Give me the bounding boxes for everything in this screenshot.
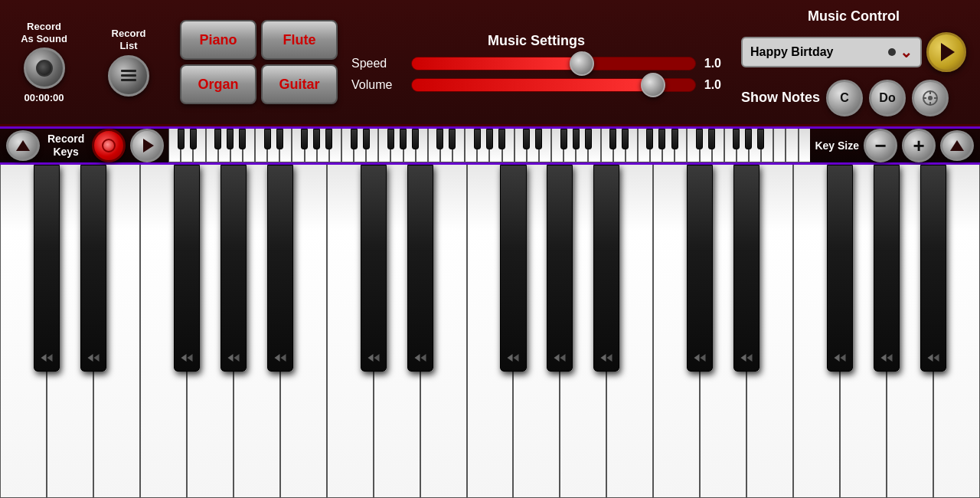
speed-thumb[interactable] bbox=[570, 51, 594, 76]
mini-black-key[interactable] bbox=[227, 129, 234, 149]
volume-fill bbox=[412, 79, 653, 91]
timer-display: 00:00:00 bbox=[24, 92, 64, 103]
mini-black-key[interactable] bbox=[387, 129, 394, 149]
mini-black-key[interactable] bbox=[178, 129, 185, 149]
piano-keyboard bbox=[0, 165, 980, 498]
mini-piano-scroll[interactable] bbox=[168, 129, 810, 162]
flute-button[interactable]: Flute bbox=[261, 20, 338, 60]
black-key[interactable] bbox=[174, 165, 200, 372]
mini-black-key[interactable] bbox=[560, 129, 567, 149]
black-key[interactable] bbox=[407, 165, 433, 372]
mini-black-key[interactable] bbox=[400, 129, 407, 149]
mini-black-key[interactable] bbox=[190, 129, 197, 149]
mini-black-key[interactable] bbox=[622, 129, 629, 149]
organ-button[interactable]: Organ bbox=[180, 64, 256, 104]
song-dropdown[interactable]: Happy Birtday ⌄ bbox=[741, 37, 922, 67]
song-dot bbox=[888, 48, 896, 56]
record-list-label: Record List bbox=[112, 28, 146, 51]
mini-black-key[interactable] bbox=[745, 129, 752, 149]
mini-black-key[interactable] bbox=[609, 129, 616, 149]
record-list-button[interactable] bbox=[108, 55, 149, 97]
black-key[interactable] bbox=[267, 165, 293, 372]
mini-black-key[interactable] bbox=[486, 129, 493, 149]
mini-white-key[interactable] bbox=[773, 129, 786, 162]
mini-black-key[interactable] bbox=[573, 129, 580, 149]
show-notes-row: Show Notes C Do bbox=[741, 80, 966, 116]
mini-black-key[interactable] bbox=[449, 129, 456, 149]
record-keys-label: Record Keys bbox=[47, 133, 84, 159]
black-key[interactable] bbox=[361, 165, 387, 372]
note-symbol-button[interactable] bbox=[912, 80, 949, 116]
black-key[interactable] bbox=[687, 165, 713, 372]
song-selector-row: Happy Birtday ⌄ bbox=[741, 32, 966, 72]
mini-black-key[interactable] bbox=[351, 129, 358, 149]
key-size-decrease-button[interactable]: − bbox=[864, 129, 897, 162]
mini-white-key[interactable] bbox=[786, 129, 798, 162]
mini-black-key[interactable] bbox=[696, 129, 703, 149]
black-key[interactable] bbox=[874, 165, 900, 372]
scroll-up-button[interactable] bbox=[6, 130, 40, 161]
wheel-icon bbox=[922, 90, 939, 106]
mini-black-key[interactable] bbox=[498, 129, 505, 149]
black-key[interactable] bbox=[80, 165, 106, 372]
volume-value: 1.0 bbox=[702, 78, 721, 92]
black-key[interactable] bbox=[593, 165, 619, 372]
mini-black-key[interactable] bbox=[733, 129, 740, 149]
record-button[interactable] bbox=[92, 129, 126, 162]
speed-row: Speed 1.0 bbox=[351, 57, 721, 70]
mini-black-key[interactable] bbox=[708, 129, 715, 149]
key-size-increase-button[interactable]: + bbox=[902, 129, 936, 162]
volume-label: Volume bbox=[351, 78, 405, 92]
mini-black-key[interactable] bbox=[585, 129, 592, 149]
mini-black-key[interactable] bbox=[264, 129, 271, 149]
mini-black-key[interactable] bbox=[436, 129, 443, 149]
key-size-label: Key Size bbox=[815, 139, 859, 152]
black-key[interactable] bbox=[220, 165, 247, 372]
mini-black-key[interactable] bbox=[658, 129, 665, 149]
volume-thumb[interactable] bbox=[641, 73, 665, 97]
play-button[interactable] bbox=[130, 129, 164, 162]
mini-black-key[interactable] bbox=[276, 129, 283, 149]
mini-black-key[interactable] bbox=[757, 129, 764, 149]
mini-white-key[interactable] bbox=[799, 129, 811, 162]
speed-label: Speed bbox=[351, 57, 405, 70]
top-bar: Record As Sound 00:00:00 Record List bbox=[0, 0, 980, 126]
mini-black-key[interactable] bbox=[325, 129, 332, 149]
black-key[interactable] bbox=[547, 165, 573, 372]
volume-slider-track[interactable] bbox=[411, 78, 696, 92]
mini-black-key[interactable] bbox=[412, 129, 419, 149]
guitar-button[interactable]: Guitar bbox=[261, 64, 338, 104]
piano-button[interactable]: Piano bbox=[180, 20, 256, 60]
mini-black-key[interactable] bbox=[474, 129, 481, 149]
mini-black-key[interactable] bbox=[646, 129, 653, 149]
play-song-button[interactable] bbox=[926, 32, 966, 72]
mini-black-key[interactable] bbox=[363, 129, 370, 149]
black-key[interactable] bbox=[827, 165, 853, 372]
volume-row: Volume 1.0 bbox=[351, 78, 721, 92]
mini-black-key[interactable] bbox=[535, 129, 542, 149]
speed-slider-track[interactable] bbox=[411, 57, 696, 70]
key-size-up-button[interactable] bbox=[940, 130, 974, 161]
music-settings-title: Music Settings bbox=[488, 33, 585, 49]
black-key[interactable] bbox=[500, 165, 526, 372]
note-c-button[interactable]: C bbox=[826, 80, 863, 116]
mini-black-key[interactable] bbox=[214, 129, 221, 149]
mini-black-key[interactable] bbox=[301, 129, 308, 149]
black-key[interactable] bbox=[920, 165, 946, 372]
mini-black-key[interactable] bbox=[239, 129, 246, 149]
play-icon bbox=[941, 43, 955, 61]
black-key[interactable] bbox=[733, 165, 760, 372]
mini-black-key[interactable] bbox=[313, 129, 320, 149]
keyboard-bar: Record Keys Key Size − + bbox=[0, 126, 980, 165]
list-icon bbox=[119, 68, 138, 83]
record-as-sound-knob-inner bbox=[36, 60, 53, 77]
record-as-sound-button[interactable] bbox=[24, 48, 65, 89]
play-icon bbox=[143, 139, 154, 152]
mini-black-key[interactable] bbox=[523, 129, 530, 149]
note-do-button[interactable]: Do bbox=[869, 80, 906, 116]
record-icon bbox=[102, 139, 116, 152]
up-arrow-icon bbox=[950, 140, 964, 151]
instrument-buttons: Piano Flute Organ Guitar bbox=[180, 20, 338, 104]
black-key[interactable] bbox=[34, 165, 60, 372]
mini-black-key[interactable] bbox=[671, 129, 678, 149]
